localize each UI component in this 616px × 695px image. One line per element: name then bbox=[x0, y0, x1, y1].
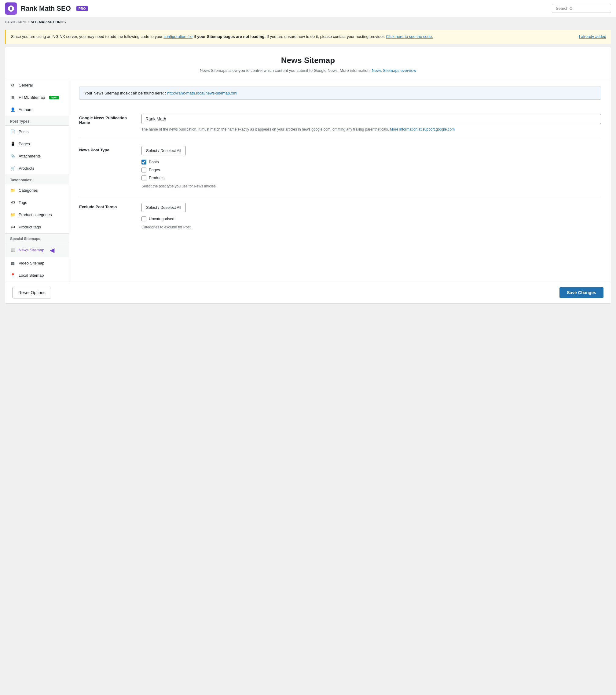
tag-icon: 🏷 bbox=[10, 200, 16, 205]
publication-name-help: The name of the news publication. It mus… bbox=[141, 126, 601, 132]
sidebar-item-video-sitemap[interactable]: ▦ Video Sitemap bbox=[5, 257, 69, 269]
logo-icon bbox=[7, 5, 15, 12]
clip-icon: 📎 bbox=[10, 153, 16, 159]
checkbox-uncategorised[interactable] bbox=[141, 217, 146, 221]
exclude-post-terms-select-all-button[interactable]: Select / Deselect All bbox=[141, 203, 186, 212]
breadcrumb: DASHBOARD / SITEMAP SETTINGS bbox=[0, 17, 616, 27]
sidebar-item-local-sitemap[interactable]: 📍 Local Sitemap bbox=[5, 269, 69, 282]
sidebar-label-video-sitemap: Video Sitemap bbox=[19, 261, 44, 266]
notice-code-link[interactable]: Click here to see the code. bbox=[386, 34, 433, 39]
checkbox-item-posts[interactable]: Posts bbox=[141, 159, 601, 165]
reset-options-button[interactable]: Reset Options bbox=[13, 287, 51, 299]
publication-name-input[interactable] bbox=[141, 114, 601, 124]
sidebar-item-html-sitemap[interactable]: ⊞ HTML Sitemap New! bbox=[5, 91, 69, 104]
sidebar-label-news-sitemap: News Sitemap bbox=[19, 248, 44, 252]
video-grid-icon: ▦ bbox=[10, 260, 16, 266]
exclude-post-terms-control: Select / Deselect All Uncategorised Cate… bbox=[141, 203, 601, 230]
sidebar-label-pages: Pages bbox=[19, 141, 30, 146]
notice-already-added-link[interactable]: I already added bbox=[579, 34, 606, 40]
sidebar-label-attachments: Attachments bbox=[19, 154, 41, 158]
checkbox-item-uncategorised[interactable]: Uncategorised bbox=[141, 217, 601, 221]
sidebar-item-product-tags[interactable]: 🏷 Product tags bbox=[5, 221, 69, 233]
publication-name-control: The name of the news publication. It mus… bbox=[141, 114, 601, 132]
section-post-types: Post Types: bbox=[5, 116, 69, 126]
doc-icon: 📄 bbox=[10, 129, 16, 135]
content-wrapper: ⚙ General ⊞ HTML Sitemap New! 👤 Authors … bbox=[5, 79, 611, 282]
sidebar-label-tags: Tags bbox=[19, 200, 27, 205]
person-icon: 👤 bbox=[10, 107, 16, 113]
setting-exclude-post-terms: Exclude Post Terms Select / Deselect All… bbox=[79, 196, 601, 237]
app-logo bbox=[5, 2, 17, 15]
main-container: News Sitemap News Sitemaps allow you to … bbox=[5, 47, 611, 304]
save-changes-button[interactable]: Save Changes bbox=[560, 287, 603, 298]
sidebar-item-authors[interactable]: 👤 Authors bbox=[5, 104, 69, 116]
checkbox-item-pages[interactable]: Pages bbox=[141, 168, 601, 172]
exclude-post-terms-help: Categories to exclude for Post. bbox=[141, 224, 601, 230]
sidebar-item-tags[interactable]: 🏷 Tags bbox=[5, 197, 69, 209]
notice-config-link[interactable]: configuration file bbox=[163, 34, 193, 39]
exclude-post-terms-label: Exclude Post Terms bbox=[79, 203, 134, 209]
news-post-type-help: Select the post type you use for News ar… bbox=[141, 184, 601, 189]
breadcrumb-current: SITEMAP SETTINGS bbox=[31, 20, 66, 24]
sidebar-item-news-sitemap[interactable]: 📰 News Sitemap ◀ bbox=[5, 243, 69, 257]
sidebar-item-pages[interactable]: 📱 Pages bbox=[5, 138, 69, 150]
sidebar-item-posts[interactable]: 📄 Posts bbox=[5, 126, 69, 138]
grid-icon: ⊞ bbox=[10, 95, 16, 100]
checkbox-pages-label: Pages bbox=[149, 168, 160, 172]
sidebar-label-authors: Authors bbox=[19, 107, 32, 112]
news-sitemap-overview-link[interactable]: News Sitemaps overview bbox=[372, 68, 416, 73]
folder-icon: 📁 bbox=[10, 188, 16, 193]
sidebar-label-posts: Posts bbox=[19, 129, 29, 134]
sidebar: ⚙ General ⊞ HTML Sitemap New! 👤 Authors … bbox=[5, 79, 69, 282]
app-header: Rank Math SEO PRO bbox=[0, 0, 616, 17]
sidebar-label-product-categories: Product categories bbox=[19, 213, 52, 217]
nginx-notice: Since you are using an NGINX server, you… bbox=[5, 30, 611, 44]
checkbox-item-products[interactable]: Products bbox=[141, 175, 601, 181]
tag2-icon: 🏷 bbox=[10, 224, 16, 230]
checkbox-posts-label: Posts bbox=[149, 159, 159, 164]
search-input[interactable] bbox=[552, 4, 611, 13]
sidebar-item-product-categories[interactable]: 📁 Product categories bbox=[5, 209, 69, 221]
news-post-type-control: Select / Deselect All Posts Pages Pro bbox=[141, 146, 601, 189]
sidebar-label-categories: Categories bbox=[19, 188, 38, 193]
sidebar-label-html-sitemap: HTML Sitemap bbox=[19, 95, 45, 100]
page-header: News Sitemap News Sitemaps allow you to … bbox=[5, 47, 611, 79]
setting-news-post-type: News Post Type Select / Deselect All Pos… bbox=[79, 139, 601, 196]
checkbox-pages[interactable] bbox=[141, 168, 146, 172]
publication-name-label: Google News Publication Name bbox=[79, 114, 134, 125]
sidebar-label-products: Products bbox=[19, 166, 34, 171]
pro-badge: PRO bbox=[76, 6, 88, 11]
pin-icon: 📍 bbox=[10, 273, 16, 278]
sitemap-url-text: Your News Sitemap index can be found her… bbox=[84, 91, 166, 96]
sidebar-label-local-sitemap: Local Sitemap bbox=[19, 273, 44, 278]
sidebar-item-products[interactable]: 🛒 Products bbox=[5, 163, 69, 174]
setting-publication-name: Google News Publication Name The name of… bbox=[79, 107, 601, 139]
checkbox-posts[interactable] bbox=[141, 159, 146, 165]
sidebar-label-general: General bbox=[19, 83, 33, 87]
phone-icon: 📱 bbox=[10, 141, 16, 147]
news-post-type-label: News Post Type bbox=[79, 146, 134, 152]
new-badge: New! bbox=[49, 96, 59, 99]
news-doc-icon: 📰 bbox=[10, 247, 16, 253]
folder2-icon: 📁 bbox=[10, 212, 16, 218]
sidebar-item-attachments[interactable]: 📎 Attachments bbox=[5, 150, 69, 163]
sitemap-url-info: Your News Sitemap index can be found her… bbox=[79, 86, 601, 100]
news-post-type-checkboxes: Posts Pages Products bbox=[141, 159, 601, 181]
checkbox-products[interactable] bbox=[141, 175, 146, 181]
sitemap-url-link[interactable]: http://rank-math.local/news-sitemap.xml bbox=[167, 91, 237, 96]
app-title: Rank Math SEO bbox=[21, 4, 71, 13]
gear-icon: ⚙ bbox=[10, 83, 16, 88]
page-description: News Sitemaps allow you to control which… bbox=[11, 68, 605, 73]
page-title: News Sitemap bbox=[11, 56, 605, 65]
sidebar-item-general[interactable]: ⚙ General bbox=[5, 79, 69, 91]
exclude-terms-checkboxes: Uncategorised bbox=[141, 217, 601, 221]
breadcrumb-parent[interactable]: DASHBOARD bbox=[5, 20, 26, 24]
cart-icon: 🛒 bbox=[10, 166, 16, 171]
settings-content: Your News Sitemap index can be found her… bbox=[69, 79, 611, 282]
breadcrumb-separator: / bbox=[28, 20, 29, 24]
footer-bar: Reset Options Save Changes bbox=[5, 282, 611, 303]
sidebar-item-categories[interactable]: 📁 Categories bbox=[5, 184, 69, 197]
notice-text: Since you are using an NGINX server, you… bbox=[11, 34, 433, 40]
publication-name-help-link[interactable]: More information at support.google.com bbox=[390, 127, 455, 132]
news-post-type-select-all-button[interactable]: Select / Deselect All bbox=[141, 146, 186, 155]
